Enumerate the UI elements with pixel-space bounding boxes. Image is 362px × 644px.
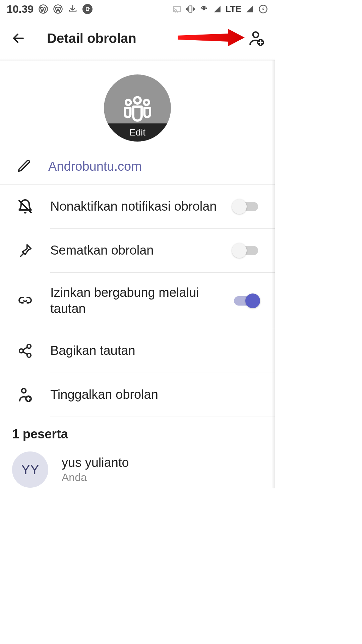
leave-icon bbox=[17, 386, 34, 403]
page-title: Detail obrolan bbox=[47, 31, 136, 46]
setting-pin[interactable]: Sematkan obrolan bbox=[0, 229, 275, 272]
back-button[interactable] bbox=[10, 30, 27, 47]
signal-icon bbox=[212, 4, 222, 14]
signal-icon bbox=[245, 4, 255, 14]
participants-title: 1 peserta bbox=[0, 417, 275, 448]
svg-point-2 bbox=[82, 4, 93, 14]
svg-point-5 bbox=[203, 8, 204, 10]
group-avatar[interactable]: Edit bbox=[104, 74, 171, 142]
svg-point-16 bbox=[22, 389, 26, 393]
chat-name-row[interactable] bbox=[0, 152, 275, 185]
setting-label: Izinkan bergabung melalui tautan bbox=[50, 285, 217, 317]
toggle-mute[interactable] bbox=[234, 202, 258, 211]
setting-label: Bagikan tautan bbox=[50, 343, 258, 359]
svg-point-11 bbox=[126, 100, 131, 105]
setting-share-link[interactable]: Bagikan tautan bbox=[0, 329, 275, 373]
wordpress-icon bbox=[38, 4, 48, 14]
vibrate-icon bbox=[185, 4, 195, 14]
share-icon bbox=[17, 342, 34, 359]
group-icon bbox=[121, 91, 154, 125]
setting-join-link[interactable]: Izinkan bergabung melalui tautan bbox=[0, 273, 275, 329]
pin-icon bbox=[17, 242, 34, 259]
toggle-join-link[interactable] bbox=[234, 296, 258, 306]
hotspot-icon bbox=[199, 4, 209, 14]
status-time: 10.39 bbox=[7, 3, 34, 15]
avatar-section: Edit bbox=[0, 61, 275, 152]
cast-icon bbox=[172, 4, 182, 14]
battery-saver-icon bbox=[258, 4, 268, 14]
setting-label: Sematkan obrolan bbox=[50, 243, 217, 259]
participant-sublabel: Anda bbox=[62, 471, 129, 484]
pencil-icon bbox=[17, 158, 32, 174]
svg-rect-4 bbox=[189, 6, 192, 12]
svg-point-10 bbox=[134, 97, 140, 104]
lte-label: LTE bbox=[226, 4, 241, 14]
annotation-arrow bbox=[178, 28, 245, 49]
svg-marker-7 bbox=[178, 29, 245, 46]
participant-avatar: YY bbox=[12, 451, 48, 488]
download-icon bbox=[68, 4, 78, 14]
participant-row[interactable]: YY yus yulianto Anda bbox=[0, 448, 275, 488]
participant-name: yus yulianto bbox=[62, 455, 129, 470]
app-header: Detail obrolan bbox=[0, 18, 275, 58]
chat-name-input[interactable] bbox=[48, 159, 258, 174]
svg-point-12 bbox=[144, 100, 149, 105]
add-participant-button[interactable] bbox=[248, 30, 265, 47]
setting-mute[interactable]: Nonaktifkan notifikasi obrolan bbox=[0, 185, 275, 228]
toggle-pin[interactable] bbox=[234, 246, 258, 255]
link-icon bbox=[17, 292, 34, 309]
setting-leave[interactable]: Tinggalkan obrolan bbox=[0, 373, 275, 417]
svg-point-8 bbox=[253, 32, 259, 38]
app-icon bbox=[82, 4, 93, 14]
status-bar: 10.39 LTE bbox=[0, 0, 275, 18]
bell-off-icon bbox=[17, 198, 34, 215]
avatar-edit-label: Edit bbox=[104, 123, 171, 142]
setting-label: Nonaktifkan notifikasi obrolan bbox=[50, 199, 217, 215]
wordpress-icon bbox=[53, 4, 63, 14]
setting-label: Tinggalkan obrolan bbox=[50, 387, 258, 403]
header-divider bbox=[0, 58, 275, 61]
